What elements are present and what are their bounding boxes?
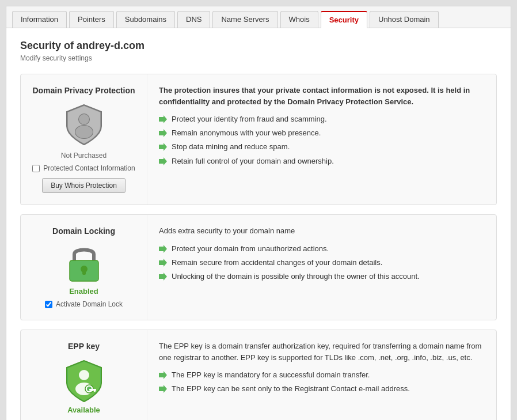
tab-unhost[interactable]: Unhost Domain: [370, 11, 439, 28]
epp-key-status: Available: [67, 406, 100, 414]
tab-security[interactable]: Security: [321, 11, 367, 28]
lock-green-icon: [66, 244, 102, 287]
domain-locking-checkbox[interactable]: [45, 301, 52, 308]
bullet-icon: [159, 273, 167, 281]
svg-marker-12: [159, 259, 167, 267]
domain-locking-desc: Adds extra security to your domain name: [159, 225, 485, 237]
epp-key-desc: The EPP key is a domain transfer authori…: [159, 340, 485, 363]
tab-whois[interactable]: Whois: [280, 11, 318, 28]
domain-privacy-title: Domain Privacy Protection: [32, 86, 135, 95]
bullet-icon: [159, 245, 167, 253]
domain-locking-features: Protect your domain from unauthorized ac…: [159, 244, 485, 282]
domain-locking-right: Adds extra security to your domain name …: [147, 215, 496, 320]
epp-key-right: The EPP key is a domain transfer authori…: [147, 330, 496, 420]
svg-rect-19: [94, 389, 96, 392]
buy-whois-button[interactable]: Buy Whois Protection: [42, 178, 126, 193]
tab-pointers[interactable]: Pointers: [69, 11, 114, 28]
tab-dns[interactable]: DNS: [177, 11, 210, 28]
svg-marker-6: [159, 143, 167, 151]
domain-locking-left: Domain Locking Enabled: [21, 215, 147, 320]
bullet-icon: [159, 385, 167, 393]
epp-shield-icon: [64, 359, 104, 406]
feature-item: Stop data mining and reduce spam.: [159, 142, 485, 152]
bullet-icon: [159, 157, 167, 165]
svg-rect-10: [82, 269, 86, 275]
tab-subdomains[interactable]: Subdomains: [116, 11, 175, 28]
svg-marker-4: [159, 115, 167, 123]
domain-locking-title: Domain Locking: [52, 226, 115, 236]
feature-item: The EPP key is mandatory for a successfu…: [159, 370, 485, 380]
domain-privacy-checkbox-label: Protected Contact Information: [43, 164, 135, 172]
svg-marker-11: [159, 245, 167, 253]
feature-item: Protect your domain from unauthorized ac…: [159, 244, 485, 254]
domain-locking-checkbox-label: Activate Domain Lock: [56, 300, 123, 308]
domain-privacy-checkbox[interactable]: [32, 165, 40, 172]
bullet-icon: [159, 129, 167, 137]
feature-item: Unlocking of the domain is possible only…: [159, 271, 485, 282]
feature-item: Remain secure from accidental changes of…: [159, 258, 485, 268]
svg-marker-21: [159, 371, 167, 379]
svg-marker-13: [159, 273, 167, 281]
domain-privacy-left: Domain Privacy Protection Not Purchased: [21, 74, 147, 205]
domain-privacy-card: Domain Privacy Protection Not Purchased: [20, 74, 497, 205]
tab-information[interactable]: Information: [12, 11, 67, 28]
feature-item: Retain full control of your domain and o…: [159, 156, 485, 167]
feature-item: The EPP key can be sent only to the Regi…: [159, 384, 485, 394]
tab-nameservers[interactable]: Name Servers: [212, 11, 277, 28]
svg-point-2: [79, 114, 89, 124]
shield-gray-icon: [64, 103, 104, 148]
domain-privacy-desc: The protection insures that your private…: [159, 85, 485, 107]
svg-marker-22: [159, 385, 167, 393]
page-title: Security of andrey-d.com: [20, 40, 497, 52]
domain-privacy-checkbox-row: Protected Contact Information: [32, 164, 135, 172]
feature-item: Protect your identity from fraud and sca…: [159, 114, 485, 124]
bullet-icon: [159, 259, 167, 267]
epp-key-left: EPP key: [21, 330, 147, 420]
epp-key-title: EPP key: [68, 342, 100, 351]
epp-key-features: The EPP key is mandatory for a successfu…: [159, 370, 485, 394]
svg-marker-7: [159, 157, 167, 165]
tab-bar: Information Pointers Subdomains DNS Name…: [6, 6, 511, 28]
main-container: Information Pointers Subdomains DNS Name…: [6, 6, 511, 420]
bullet-icon: [159, 115, 167, 123]
domain-privacy-features: Protect your identity from fraud and sca…: [159, 114, 485, 167]
svg-marker-5: [159, 129, 167, 137]
domain-locking-card: Domain Locking Enabled: [20, 214, 497, 320]
svg-point-14: [79, 370, 89, 380]
epp-key-card: EPP key: [20, 330, 497, 420]
page-subtitle: Modify security settings: [20, 54, 497, 62]
bullet-icon: [159, 371, 167, 379]
domain-locking-checkbox-row: Activate Domain Lock: [45, 300, 123, 308]
domain-privacy-status: Not Purchased: [61, 152, 107, 160]
domain-privacy-right: The protection insures that your private…: [147, 74, 496, 205]
domain-locking-status: Enabled: [69, 287, 98, 296]
svg-rect-20: [92, 389, 93, 391]
content-area: Security of andrey-d.com Modify security…: [6, 28, 511, 420]
bullet-icon: [159, 143, 167, 151]
feature-item: Remain anonymous with your web presence.: [159, 128, 485, 138]
svg-point-3: [75, 126, 93, 138]
